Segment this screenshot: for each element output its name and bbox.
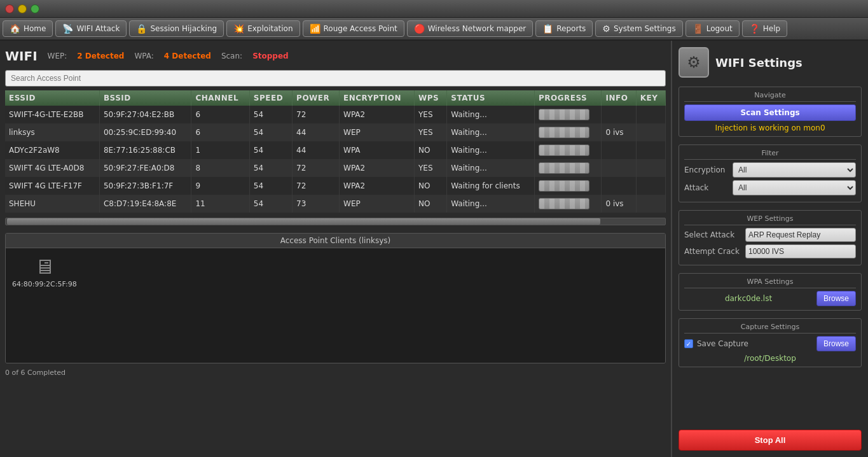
cell-speed: 54	[249, 159, 292, 177]
cell-encryption: WPA2	[340, 177, 415, 195]
cell-power: 44	[293, 123, 340, 141]
cell-wps: YES	[415, 123, 447, 141]
scan-label: Scan:	[221, 52, 242, 60]
cell-bssid: 8E:77:16:25:88:CB	[99, 141, 191, 159]
progress-bar	[539, 162, 589, 174]
menu-exploitation[interactable]: 💥 Exploitation	[226, 20, 300, 37]
cell-wps: NO	[415, 177, 447, 195]
menu-help-label: Help	[763, 24, 780, 33]
cell-encryption: WPA2	[340, 159, 415, 177]
maximize-button[interactable]	[31, 4, 39, 13]
progress-bar	[539, 144, 589, 156]
table-row[interactable]: SHEHU C8:D7:19:E4:8A:8E 11 54 73 WEP NO …	[5, 195, 666, 213]
attempt-crack-input[interactable]	[745, 244, 856, 258]
cell-encryption: WEP	[340, 123, 415, 141]
cell-info	[602, 177, 636, 195]
wep-settings-section: WEP Settings Select Attack Attempt Crack	[679, 210, 862, 265]
scroll-thumb[interactable]	[7, 218, 600, 225]
wep-count: 2 Detected	[77, 52, 124, 60]
encryption-select[interactable]: All	[733, 162, 856, 178]
left-panel: WIFI WEP: 2 Detected WPA: 4 Detected Sca…	[0, 41, 671, 457]
wifi-settings-header: ⚙ WIFI Settings	[679, 47, 862, 81]
menu-wireless-label: Wireless Network mapper	[428, 24, 527, 33]
cell-status: Waiting...	[447, 159, 535, 177]
menu-home[interactable]: 🏠 Home	[3, 20, 53, 37]
horizontal-scrollbar[interactable]	[5, 218, 666, 225]
menu-wifi-attack[interactable]: 📡 WIFI Attack	[55, 20, 127, 37]
cell-power: 73	[293, 195, 340, 213]
table-row[interactable]: SWIFT 4G LTE-F17F 50:9F:27:3B:F1:7F 9 54…	[5, 177, 666, 195]
menu-logout[interactable]: 🚪 Logout	[685, 20, 740, 37]
cell-wps: YES	[415, 159, 447, 177]
menu-home-label: Home	[24, 24, 46, 33]
menu-reports[interactable]: 📋 Reports	[535, 20, 593, 37]
menu-session-hijacking[interactable]: 🔒 Session Hijacking	[129, 20, 224, 37]
search-input[interactable]	[5, 70, 666, 87]
cell-key	[636, 141, 665, 159]
capture-browse-button[interactable]: Browse	[816, 336, 856, 351]
cell-progress	[534, 123, 601, 141]
progress-bar	[539, 127, 589, 138]
wifi-icon: 📡	[62, 24, 73, 34]
wpa-browse-button[interactable]: Browse	[816, 291, 856, 306]
cell-essid: ADYc2F2aW8	[5, 141, 99, 159]
cell-status: Waiting...	[447, 141, 535, 159]
cell-power: 72	[293, 177, 340, 195]
cell-essid: SHEHU	[5, 195, 99, 213]
table-row[interactable]: SWIFT 4G LTE-A0D8 50:9F:27:FE:A0:D8 8 54…	[5, 159, 666, 177]
close-button[interactable]	[5, 4, 14, 13]
attack-select[interactable]: All	[733, 180, 856, 195]
cell-progress	[534, 195, 601, 213]
wifi-title: WIFI	[5, 48, 38, 64]
settings-icon: ⚙	[602, 24, 610, 34]
progress-bar-fill	[539, 109, 589, 120]
col-info: INFO	[602, 90, 636, 106]
cell-bssid: 50:9F:27:FE:A0:D8	[99, 159, 191, 177]
progress-bar	[539, 109, 589, 120]
cell-bssid: 00:25:9C:ED:99:40	[99, 123, 191, 141]
client-mac-address: 64:80:99:2C:5F:98	[12, 280, 77, 288]
cell-info	[602, 106, 636, 123]
menu-wifi-label: WIFI Attack	[76, 24, 120, 33]
select-attack-input[interactable]	[745, 228, 856, 242]
cell-key	[636, 177, 665, 195]
menu-system-settings[interactable]: ⚙ System Settings	[595, 20, 682, 37]
col-power: POWER	[293, 90, 340, 106]
client-entry: 🖥 64:80:99:2C:5F:98	[12, 255, 77, 288]
menu-wireless-mapper[interactable]: 🔴 Wireless Network mapper	[407, 20, 534, 37]
col-channel: CHANNEL	[191, 90, 249, 106]
save-capture-checkbox[interactable]: ✓	[684, 339, 693, 348]
cell-status: Waiting for clients	[447, 177, 535, 195]
wep-settings-label: WEP Settings	[684, 214, 856, 225]
cell-progress	[534, 106, 601, 123]
menu-settings-label: System Settings	[614, 24, 676, 33]
col-speed: SPEED	[249, 90, 292, 106]
attempt-crack-label: Attempt Crack	[684, 247, 741, 256]
col-essid: ESSID	[5, 90, 99, 106]
table-row[interactable]: linksys 00:25:9C:ED:99:40 6 54 44 WEP YE…	[5, 123, 666, 141]
stop-all-button[interactable]: Stop All	[679, 430, 862, 451]
minimize-button[interactable]	[18, 4, 27, 13]
cell-channel: 9	[191, 177, 249, 195]
wpa-file-row: darkc0de.lst Browse	[684, 291, 856, 306]
help-icon: ❓	[749, 24, 760, 34]
filter-label: Filter	[684, 149, 856, 160]
cell-bssid: 50:9F:27:3B:F1:7F	[99, 177, 191, 195]
progress-bar-fill	[539, 145, 589, 155]
wpa-settings-label: WPA Settings	[684, 278, 856, 288]
cell-info	[602, 159, 636, 177]
wpa-settings-section: WPA Settings darkc0de.lst Browse	[679, 273, 862, 311]
wifi-header: WIFI WEP: 2 Detected WPA: 4 Detected Sca…	[5, 46, 666, 66]
menu-help[interactable]: ❓ Help	[742, 20, 787, 37]
cell-status: Waiting...	[447, 106, 535, 123]
menu-rouge-ap[interactable]: 📶 Rouge Access Point	[303, 20, 404, 37]
save-capture-label: Save Capture	[697, 339, 813, 348]
table-row[interactable]: SWIFT-4G-LTE-E2BB 50:9F:27:04:E2:BB 6 54…	[5, 106, 666, 123]
menu-reports-label: Reports	[556, 24, 586, 33]
cell-key	[636, 123, 665, 141]
client-computer-icon: 🖥	[34, 255, 55, 279]
scan-settings-button[interactable]: Scan Settings	[684, 104, 856, 121]
network-icon: 🔴	[414, 24, 425, 34]
explosion-icon: 💥	[233, 24, 244, 34]
table-row[interactable]: ADYc2F2aW8 8E:77:16:25:88:CB 1 54 44 WPA…	[5, 141, 666, 159]
